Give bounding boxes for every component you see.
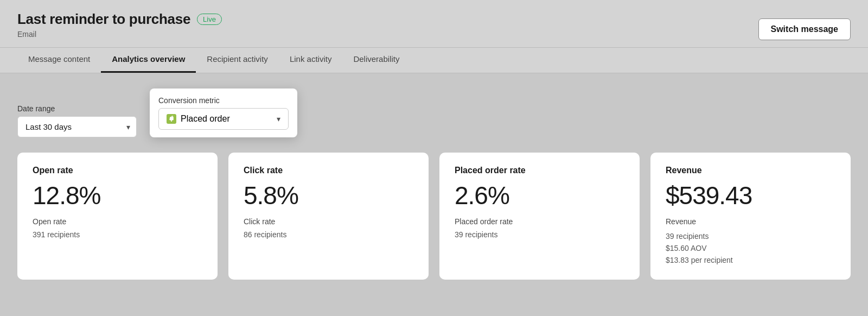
main-content: Date range Last 30 days Last 7 days Last… xyxy=(0,73,868,316)
switch-message-button[interactable]: Switch message xyxy=(758,18,851,40)
open-rate-card: Open rate 12.8% Open rate 391 recipients xyxy=(17,153,218,280)
open-rate-label: Open rate xyxy=(33,217,202,226)
date-range-select[interactable]: Last 30 days Last 7 days Last 90 days Al… xyxy=(17,116,137,137)
conversion-select-inner: Placed order xyxy=(167,114,230,124)
conversion-metric-dropdown: Conversion metric Placed order ▾ xyxy=(150,89,297,137)
revenue-recipients: 39 recipients xyxy=(666,230,835,242)
open-rate-recipients: 391 recipients xyxy=(33,230,202,239)
placed-order-rate-card: Placed order rate 2.6% Placed order rate… xyxy=(439,153,640,280)
tabs-bar: Message content Analytics overview Recip… xyxy=(0,48,868,73)
header-left: Last reminder to purchase Live Email xyxy=(17,11,222,47)
date-range-filter: Date range Last 30 days Last 7 days Last… xyxy=(17,104,137,137)
placed-order-rate-value: 2.6% xyxy=(455,182,624,210)
conversion-metric-filter: Conversion metric Placed order ▾ xyxy=(150,89,297,137)
header: Last reminder to purchase Live Email Swi… xyxy=(0,0,868,48)
revenue-per-recipient: $13.83 per recipient xyxy=(666,254,835,266)
filters-row: Date range Last 30 days Last 7 days Last… xyxy=(17,89,851,137)
header-title-row: Last reminder to purchase Live xyxy=(17,11,222,28)
revenue-card-title: Revenue xyxy=(666,166,835,175)
revenue-aov: $15.60 AOV xyxy=(666,242,835,254)
open-rate-value: 12.8% xyxy=(33,182,202,210)
revenue-value: $539.43 xyxy=(666,182,835,210)
tab-link-activity[interactable]: Link activity xyxy=(279,48,343,73)
click-rate-card: Click rate 5.8% Click rate 86 recipients xyxy=(228,153,429,280)
conversion-metric-label: Conversion metric xyxy=(158,96,289,105)
click-rate-value: 5.8% xyxy=(244,182,413,210)
revenue-label: Revenue xyxy=(666,217,835,226)
tab-deliverability[interactable]: Deliverability xyxy=(342,48,410,73)
placed-order-rate-card-title: Placed order rate xyxy=(455,166,624,175)
click-rate-label: Click rate xyxy=(244,217,413,226)
date-range-select-wrapper[interactable]: Last 30 days Last 7 days Last 90 days Al… xyxy=(17,116,137,137)
page-title: Last reminder to purchase xyxy=(17,11,190,28)
tab-analytics-overview[interactable]: Analytics overview xyxy=(101,48,196,73)
click-rate-recipients: 86 recipients xyxy=(244,230,413,239)
date-range-label: Date range xyxy=(17,104,137,113)
conversion-metric-value: Placed order xyxy=(181,114,230,124)
metric-cards-row: Open rate 12.8% Open rate 391 recipients… xyxy=(17,153,851,280)
header-subtitle: Email xyxy=(17,30,222,39)
revenue-sub-lines: 39 recipients $15.60 AOV $13.83 per reci… xyxy=(666,230,835,267)
shopify-icon xyxy=(167,114,176,124)
conversion-metric-select[interactable]: Placed order ▾ xyxy=(158,108,289,130)
live-badge: Live xyxy=(197,14,222,25)
placed-order-rate-recipients: 39 recipients xyxy=(455,230,624,239)
click-rate-card-title: Click rate xyxy=(244,166,413,175)
open-rate-card-title: Open rate xyxy=(33,166,202,175)
placed-order-rate-label: Placed order rate xyxy=(455,217,624,226)
conversion-chevron-icon: ▾ xyxy=(277,115,280,123)
tab-message-content[interactable]: Message content xyxy=(17,48,101,73)
revenue-card: Revenue $539.43 Revenue 39 recipients $1… xyxy=(650,153,851,280)
tab-recipient-activity[interactable]: Recipient activity xyxy=(196,48,279,73)
